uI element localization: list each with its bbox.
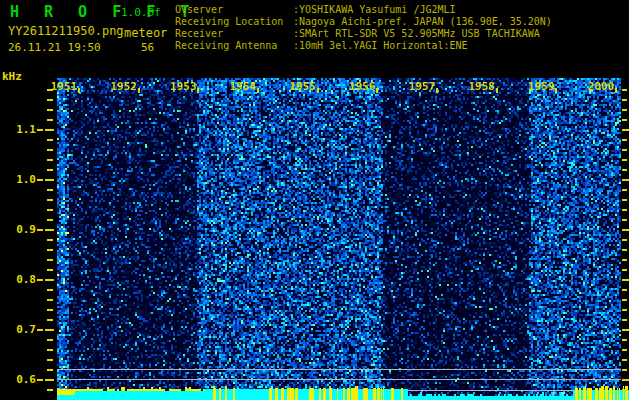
freq-tick-label: 1.0 [0, 173, 36, 186]
freq-major-tick [45, 179, 54, 181]
spectrogram-canvas [57, 78, 629, 400]
freq-tick-label: 0.7 [0, 323, 36, 336]
freq-minor-tick [47, 259, 53, 261]
freq-minor-tick-right [622, 99, 627, 101]
freq-minor-tick [47, 369, 53, 371]
freq-minor-tick-right [622, 139, 627, 141]
hrofft-window: H R O F F T 1.0.0f YY2611211950.png mete… [0, 0, 629, 400]
freq-minor-tick-right [622, 269, 627, 271]
station-info-line: Receiving Location:Nagoya Aichi-pref. JA… [175, 16, 552, 28]
time-minor-tick [78, 88, 80, 93]
freq-major-tick-right [622, 229, 629, 231]
freq-minor-tick-right [622, 199, 627, 201]
mode-label: meteor [124, 26, 167, 40]
station-info-label: Ovserver [175, 4, 293, 16]
freq-minor-tick [47, 289, 53, 291]
freq-minor-tick [47, 319, 53, 321]
time-tick-label: 1952 [108, 80, 140, 93]
freq-minor-tick [47, 359, 53, 361]
station-info-value: :YOSHIKAWA Yasufumi /JG2MLI [293, 4, 456, 15]
freq-minor-tick-right [622, 219, 627, 221]
freq-major-tick [37, 329, 43, 331]
freq-minor-tick-right [622, 299, 627, 301]
freq-minor-tick-right [622, 239, 627, 241]
freq-minor-tick [47, 219, 53, 221]
station-info-value: :Nagoya Aichi-pref. JAPAN (136.90E, 35.2… [293, 16, 552, 27]
time-tick-label: 1959 [525, 80, 557, 93]
freq-minor-tick-right [622, 389, 627, 391]
freq-major-tick [37, 229, 43, 231]
freq-minor-tick-right [622, 259, 627, 261]
freq-minor-tick [47, 109, 53, 111]
freq-major-tick [37, 379, 43, 381]
freq-tick-label: 0.8 [0, 273, 36, 286]
freq-minor-tick [47, 189, 53, 191]
freq-minor-tick-right [622, 359, 627, 361]
freq-minor-tick [47, 349, 53, 351]
freq-minor-tick [47, 159, 53, 161]
time-minor-tick [555, 88, 557, 93]
freq-minor-tick-right [622, 169, 627, 171]
freq-major-tick [45, 229, 54, 231]
station-info-value: :10mH 3el.YAGI Horizontal:ENE [293, 40, 468, 51]
freq-minor-tick-right [622, 309, 627, 311]
time-minor-tick [257, 88, 259, 93]
freq-major-tick-right [622, 279, 629, 281]
freq-minor-tick-right [622, 209, 627, 211]
time-minor-tick [376, 88, 378, 93]
time-minor-tick [436, 88, 438, 93]
freq-minor-tick-right [622, 159, 627, 161]
freq-minor-tick [47, 139, 53, 141]
freq-minor-tick-right [622, 289, 627, 291]
freq-major-tick-right [622, 329, 629, 331]
freq-minor-tick [47, 169, 53, 171]
freq-minor-tick-right [622, 89, 627, 91]
time-tick-label: 2000 [585, 80, 617, 93]
station-info-value: :SMArt RTL-SDR V5 52.905MHz USB TACHIKAW… [293, 28, 540, 39]
freq-major-tick [45, 279, 54, 281]
freq-minor-tick [47, 389, 53, 391]
freq-major-tick-right [622, 379, 629, 381]
station-info-label: Receiver [175, 28, 293, 40]
time-minor-tick [615, 88, 617, 93]
freq-minor-tick [47, 269, 53, 271]
station-info: Ovserver:YOSHIKAWA Yasufumi /JG2MLIRecei… [175, 4, 552, 52]
station-info-line: Ovserver:YOSHIKAWA Yasufumi /JG2MLI [175, 4, 552, 16]
time-minor-tick [197, 88, 199, 93]
freq-minor-tick [47, 309, 53, 311]
time-tick-label: 1956 [346, 80, 378, 93]
station-info-label: Receiving Location [175, 16, 293, 28]
station-info-label: Receiving Antenna [175, 40, 293, 52]
station-info-line: Receiving Antenna:10mH 3el.YAGI Horizont… [175, 40, 552, 52]
freq-minor-tick-right [622, 319, 627, 321]
time-minor-tick [317, 88, 319, 93]
time-tick-label: 1954 [227, 80, 259, 93]
freq-major-tick [45, 129, 54, 131]
time-tick-label: 1953 [167, 80, 199, 93]
freq-major-tick-right [622, 179, 629, 181]
freq-major-tick-right [622, 129, 629, 131]
freq-major-tick [37, 129, 43, 131]
freq-minor-tick-right [622, 349, 627, 351]
freq-minor-tick [47, 199, 53, 201]
freq-tick-label: 0.9 [0, 223, 36, 236]
freq-minor-tick [47, 119, 53, 121]
freq-major-tick [37, 279, 43, 281]
freq-minor-tick-right [622, 369, 627, 371]
output-filename: YY2611211950.png [8, 24, 124, 38]
app-version: 1.0.0f [121, 6, 161, 19]
time-minor-tick [496, 88, 498, 93]
freq-tick-label: 0.6 [0, 373, 36, 386]
datetime-label: 26.11.21 19:50 [8, 41, 101, 54]
freq-minor-tick [47, 339, 53, 341]
time-minor-tick [138, 88, 140, 93]
freq-minor-tick [47, 99, 53, 101]
freq-minor-tick-right [622, 109, 627, 111]
freq-minor-tick [47, 249, 53, 251]
freq-minor-tick [47, 149, 53, 151]
freq-minor-tick-right [622, 249, 627, 251]
time-tick-label: 1951 [48, 80, 80, 93]
freq-axis-unit-label: kHz [2, 70, 22, 83]
freq-minor-tick [47, 209, 53, 211]
freq-minor-tick [47, 299, 53, 301]
